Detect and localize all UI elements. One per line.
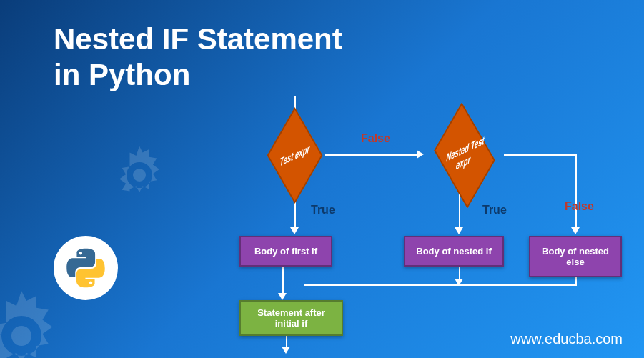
box-body-first-if: Body of first if bbox=[239, 236, 332, 267]
arrow bbox=[504, 154, 575, 156]
box-statement-after: Statement after initial if bbox=[239, 300, 343, 336]
decision-test-expr: Test expr bbox=[267, 107, 323, 203]
title-line2: in Python bbox=[54, 57, 342, 93]
arrowhead-icon bbox=[571, 227, 580, 234]
decision-text: Test expr bbox=[275, 140, 314, 171]
gear-icon bbox=[107, 143, 172, 210]
label-true: True bbox=[482, 204, 507, 217]
arrowhead-icon bbox=[455, 227, 463, 234]
arrowhead-icon bbox=[278, 293, 287, 300]
arrow bbox=[325, 154, 418, 156]
box-body-nested-if: Body of nested if bbox=[404, 236, 504, 267]
arrowhead-icon bbox=[417, 150, 424, 159]
label-false: False bbox=[565, 200, 594, 213]
label-true: True bbox=[311, 204, 335, 217]
title-line1: Nested IF Statement bbox=[54, 21, 342, 57]
gear-icon bbox=[0, 286, 71, 358]
arrowhead-icon bbox=[282, 347, 290, 354]
box-body-nested-else: Body of nested else bbox=[529, 236, 622, 277]
arrow bbox=[304, 284, 577, 286]
flowchart: Test expr Nested Test expr Body of first… bbox=[200, 107, 643, 350]
python-logo bbox=[54, 236, 118, 300]
page-title: Nested IF Statement in Python bbox=[54, 21, 342, 94]
arrow bbox=[575, 154, 577, 229]
decision-nested-test-expr: Nested Test expr bbox=[434, 103, 495, 209]
website-url: www.educba.com bbox=[510, 331, 623, 347]
decision-text: Nested Test expr bbox=[440, 131, 490, 179]
arrowhead-icon bbox=[290, 227, 299, 234]
label-false: False bbox=[361, 132, 390, 145]
